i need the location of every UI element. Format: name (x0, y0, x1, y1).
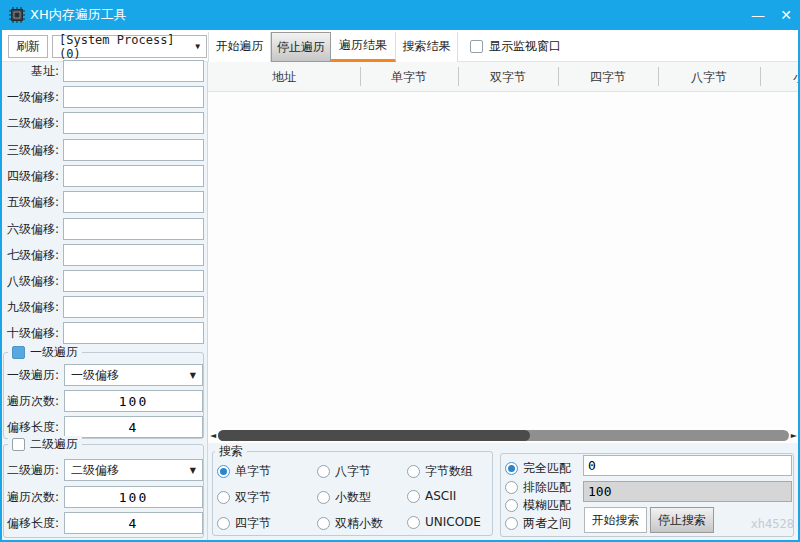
watch-window-checkbox[interactable] (470, 40, 483, 53)
search-value2-input[interactable] (583, 481, 792, 502)
offset-label: 六级偏移: (0, 218, 59, 240)
radio-icon (505, 462, 518, 475)
level2-enable-checkbox[interactable] (12, 438, 25, 451)
offset5-input[interactable] (63, 191, 204, 213)
level2-length-input[interactable] (64, 512, 203, 534)
level2-group-legend: 二级遍历 (8, 436, 82, 452)
tab-stop-traverse[interactable]: 停止遍历 (271, 32, 331, 62)
level1-select-label: 一级遍历: (0, 364, 59, 386)
offset-label: 三级偏移: (0, 139, 59, 161)
titlebar: XH内存遍历工具 — ✕ (0, 0, 800, 30)
offset2-input[interactable] (63, 112, 204, 134)
radio-icon (317, 465, 330, 478)
level1-offset-select[interactable]: 一级偏移 ▼ (64, 364, 203, 386)
offset9-input[interactable] (63, 296, 204, 318)
offset3-input[interactable] (63, 139, 204, 161)
tab-search-results[interactable]: 搜索结果 (396, 32, 458, 62)
radio-icon (505, 499, 518, 512)
radio-icon (217, 465, 230, 478)
level1-enable-checkbox[interactable] (12, 346, 25, 359)
radio-icon (217, 517, 230, 530)
radio-between-match[interactable]: 两者之间 (505, 515, 571, 532)
column-header-word[interactable]: 双字节 (458, 62, 558, 92)
level2-offset-select-value: 二级偏移 (71, 462, 119, 479)
results-table-body (208, 92, 798, 443)
search-value-input[interactable] (583, 455, 792, 476)
tab-start-traverse[interactable]: 开始遍历 (208, 32, 271, 62)
tab-traverse-results[interactable]: 遍历结果 (331, 32, 396, 62)
scrollbar-thumb[interactable] (218, 430, 530, 441)
offset-label: 十级偏移: (0, 322, 59, 344)
app-chip-icon (9, 7, 25, 23)
radio-qword[interactable]: 八字节 (317, 463, 371, 480)
process-select-value: [System Process](0) (59, 33, 195, 61)
radio-icon (217, 491, 230, 504)
radio-exact-match[interactable]: 完全匹配 (505, 460, 571, 477)
column-header-qword[interactable]: 八字节 (658, 62, 760, 92)
header-divider (458, 67, 459, 86)
radio-icon (317, 517, 330, 530)
offset-label: 七级偏移: (0, 244, 59, 266)
stop-search-button[interactable]: 停止搜索 (650, 507, 714, 533)
level2-count-input[interactable] (64, 486, 203, 508)
level1-group-title: 一级遍历 (30, 344, 78, 360)
radio-byte[interactable]: 单字节 (217, 463, 271, 480)
search-group-title: 搜索 (219, 443, 243, 459)
radio-exclude-match[interactable]: 排除匹配 (505, 479, 571, 496)
results-table-header: 地址 单字节 双字节 四字节 八字节 小数 (208, 62, 798, 92)
radio-fuzzy-match[interactable]: 模糊匹配 (505, 497, 571, 514)
level1-count-input[interactable] (64, 390, 203, 412)
offset-label: 二级偏移: (0, 112, 59, 134)
level1-count-label: 遍历次数: (0, 390, 59, 412)
offset8-input[interactable] (63, 270, 204, 292)
header-divider (760, 67, 761, 86)
offset-label: 一级偏移: (0, 86, 59, 108)
level2-select-label: 二级遍历: (0, 459, 59, 481)
watermark-text: xh4528 (746, 517, 794, 531)
level2-offset-select[interactable]: 二级偏移 ▼ (64, 459, 203, 481)
scroll-left-icon[interactable]: ◄ (210, 430, 216, 441)
column-header-dword[interactable]: 四字节 (558, 62, 658, 92)
offset10-input[interactable] (63, 322, 204, 344)
offset7-input[interactable] (63, 244, 204, 266)
level1-group-legend: 一级遍历 (8, 344, 82, 360)
level2-count-label: 遍历次数: (0, 486, 59, 508)
refresh-button[interactable]: 刷新 (8, 35, 48, 58)
radio-icon (505, 481, 518, 494)
radio-float[interactable]: 小数型 (317, 489, 371, 506)
start-search-button[interactable]: 开始搜索 (584, 507, 647, 533)
header-divider (360, 67, 361, 86)
column-header-float[interactable]: 小数 (760, 62, 798, 92)
horizontal-scrollbar: ◄ ► (210, 430, 797, 441)
radio-byte-array[interactable]: 字节数组 (407, 463, 473, 480)
offset-label: 八级偏移: (0, 270, 59, 292)
chevron-down-icon: ▼ (190, 371, 196, 380)
header-divider (558, 67, 559, 86)
scroll-right-icon[interactable]: ► (791, 430, 797, 441)
offset-label: 基址: (0, 60, 59, 82)
radio-unicode[interactable]: UNICODE (407, 515, 481, 529)
offset1-input[interactable] (63, 86, 204, 108)
radio-ascii[interactable]: ASCII (407, 489, 456, 503)
column-header-address[interactable]: 地址 (208, 62, 360, 92)
radio-icon (407, 490, 420, 503)
chevron-down-icon: ▼ (195, 42, 200, 51)
radio-icon (505, 517, 518, 530)
base-address-input[interactable] (63, 60, 204, 82)
radio-icon (407, 465, 420, 478)
offset6-input[interactable] (63, 218, 204, 240)
radio-icon (407, 516, 420, 529)
chevron-down-icon: ▼ (190, 466, 196, 475)
offset4-input[interactable] (63, 165, 204, 187)
radio-dword[interactable]: 四字节 (217, 515, 271, 532)
level1-length-input[interactable] (64, 416, 203, 438)
process-select[interactable]: [System Process](0) ▼ (52, 35, 207, 58)
radio-double[interactable]: 双精小数 (317, 515, 383, 532)
header-divider (658, 67, 659, 86)
column-header-byte[interactable]: 单字节 (360, 62, 458, 92)
level1-offset-select-value: 一级偏移 (71, 367, 119, 384)
level1-length-label: 偏移长度: (0, 416, 59, 438)
radio-word[interactable]: 双字节 (217, 489, 271, 506)
close-icon[interactable]: ✕ (772, 0, 800, 30)
minimize-icon[interactable]: — (744, 0, 772, 30)
